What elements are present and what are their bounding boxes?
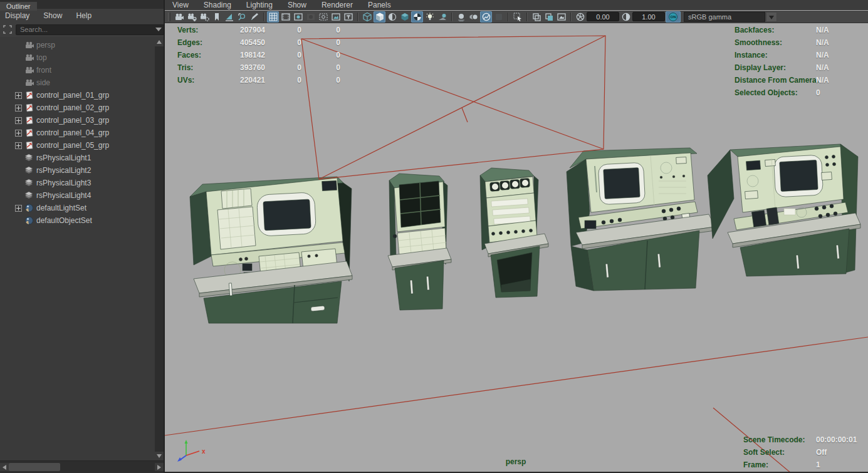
- outliner-item-rsphysicallight3[interactable]: rsPhysicalLight3: [0, 177, 155, 189]
- menu-show[interactable]: Show: [288, 1, 306, 9]
- viewport-toolbar: ON sRGB gamma: [165, 11, 868, 23]
- outliner-item-label: control_panel_02_grp: [36, 103, 109, 112]
- outliner-item-label: top: [36, 53, 47, 62]
- outliner-item-label: control_panel_01_grp: [36, 91, 109, 100]
- scroll-down-button[interactable]: [155, 452, 164, 460]
- hud-row-soft-select: Soft Select:Off: [743, 446, 868, 459]
- outliner-item-persp[interactable]: persp: [0, 39, 155, 51]
- outliner-vertical-scrollbar[interactable]: [155, 38, 164, 460]
- gamma-icon[interactable]: [620, 11, 632, 23]
- console-model-4[interactable]: [567, 148, 715, 291]
- bookmark-icon[interactable]: [211, 11, 222, 23]
- motion-blur-icon[interactable]: [468, 11, 479, 23]
- gate-mask-icon[interactable]: [305, 11, 316, 23]
- isolate-select-icon[interactable]: [530, 11, 542, 23]
- console-model-3[interactable]: [480, 168, 548, 298]
- isolate-selected-icon[interactable]: [543, 11, 555, 23]
- outliner-item-control-panel-02[interactable]: control_panel_02_grp: [0, 101, 155, 114]
- safe-title-icon[interactable]: [342, 11, 354, 23]
- search-dropdown-arrow-icon[interactable]: [155, 28, 162, 31]
- lock-camera-icon[interactable]: [186, 11, 197, 23]
- outliner-item-side[interactable]: side: [0, 76, 155, 89]
- scroll-left-button[interactable]: [0, 463, 9, 471]
- outliner-menu-display[interactable]: Display: [5, 11, 29, 20]
- expand-icon[interactable]: [15, 130, 22, 137]
- color-transform-dropdown-arrow[interactable]: [766, 12, 777, 22]
- console-model-2[interactable]: [388, 174, 451, 310]
- lights-toggle-icon[interactable]: [424, 11, 436, 23]
- outliner-item-rsphysicallight1[interactable]: rsPhysicalLight1: [0, 152, 155, 164]
- menu-lighting[interactable]: Lighting: [246, 1, 273, 9]
- transform-node-icon: [24, 116, 34, 125]
- gamma-value-field[interactable]: [632, 12, 665, 21]
- ambient-occlusion-icon[interactable]: [455, 11, 467, 23]
- color-management-toggle[interactable]: ON: [666, 11, 681, 23]
- outliner-item-rsphysicallight4[interactable]: rsPhysicalLight4: [0, 189, 155, 202]
- exposure-value-field[interactable]: [587, 12, 619, 21]
- hud-row-edges: Edges:40545000: [177, 36, 340, 49]
- scroll-up-button[interactable]: [155, 38, 164, 46]
- safe-action-icon[interactable]: [330, 11, 342, 23]
- outliner-item-control-panel-04[interactable]: control_panel_04_grp: [0, 127, 155, 139]
- expand-icon[interactable]: [15, 92, 22, 99]
- expand-icon[interactable]: [15, 142, 22, 149]
- select-camera-icon[interactable]: [173, 11, 185, 23]
- menu-panels[interactable]: Panels: [368, 1, 391, 9]
- toolbar-grip[interactable]: [168, 13, 170, 21]
- outliner-item-control-panel-05[interactable]: control_panel_05_grp: [0, 139, 155, 152]
- textured-checker-icon[interactable]: [411, 11, 423, 23]
- outliner-item-label: side: [36, 78, 50, 87]
- select-tool-icon[interactable]: [511, 11, 523, 23]
- pan-zoom-icon[interactable]: [236, 11, 248, 23]
- toolbar-separator: [263, 13, 264, 21]
- outliner-tab[interactable]: Outliner: [0, 2, 37, 11]
- anti-aliasing-icon[interactable]: [480, 11, 492, 23]
- color-transform-dropdown[interactable]: sRGB gamma: [684, 12, 765, 22]
- outliner-item-defaultobjectset[interactable]: defaultObjectSet: [0, 214, 155, 227]
- selection-filter-icon[interactable]: [2, 24, 13, 34]
- axis-x-label: x: [202, 448, 206, 455]
- field-chart-icon[interactable]: [317, 11, 329, 23]
- expand-icon[interactable]: [15, 117, 22, 124]
- shadows-toggle-icon[interactable]: [436, 11, 448, 23]
- viewport-canvas[interactable]: x Verts:20790400 Edges:40545000 Faces:19…: [165, 23, 868, 473]
- toolbar-separator: [570, 13, 571, 21]
- exposure-icon[interactable]: [574, 11, 586, 23]
- textured-mode-icon[interactable]: [386, 11, 398, 23]
- hud-object-details: Backfaces:N/A Smoothness:N/A Instance:N/…: [735, 24, 866, 99]
- outliner-item-top[interactable]: top: [0, 51, 155, 64]
- grid-toggle-icon[interactable]: [267, 11, 279, 23]
- outliner-item-control-panel-03[interactable]: control_panel_03_grp: [0, 114, 155, 127]
- search-input[interactable]: [16, 24, 164, 35]
- depth-of-field-icon[interactable]: [493, 11, 505, 23]
- scroll-right-button[interactable]: [155, 463, 164, 471]
- expand-icon[interactable]: [15, 105, 22, 112]
- outliner-menu-show[interactable]: Show: [43, 11, 62, 20]
- film-gate-icon[interactable]: [280, 11, 291, 23]
- shaded-mode-icon[interactable]: [374, 11, 385, 23]
- outliner-item-label: rsPhysicalLight2: [36, 166, 91, 175]
- camera-attributes-icon[interactable]: [198, 11, 210, 23]
- menu-renderer[interactable]: Renderer: [322, 1, 353, 9]
- console-model-5[interactable]: [708, 144, 860, 276]
- outliner-item-defaultlightset[interactable]: defaultLightSet: [0, 202, 155, 214]
- menu-shading[interactable]: Shading: [204, 1, 231, 9]
- menu-view[interactable]: View: [172, 1, 189, 9]
- outliner-item-front[interactable]: front: [0, 64, 155, 76]
- outliner-item-control-panel-01[interactable]: control_panel_01_grp: [0, 89, 155, 101]
- light-node-icon: [24, 153, 34, 162]
- outliner-horizontal-scrollbar[interactable]: [0, 460, 164, 473]
- viewport-snapshot-icon[interactable]: [555, 11, 567, 23]
- horizontal-scroll-thumb[interactable]: [9, 463, 60, 471]
- hud-row-smoothness: Smoothness:N/A: [735, 36, 866, 49]
- image-plane-icon[interactable]: [223, 11, 235, 23]
- wireframe-mode-icon[interactable]: [361, 11, 373, 23]
- use-default-material-icon[interactable]: [399, 11, 410, 23]
- console-model-1[interactable]: [190, 177, 352, 323]
- expand-icon[interactable]: [15, 205, 22, 212]
- outliner-item-rsphysicallight2[interactable]: rsPhysicalLight2: [0, 164, 155, 177]
- outliner-menu-help[interactable]: Help: [76, 11, 92, 20]
- transform-node-icon: [24, 128, 34, 137]
- resolution-gate-icon[interactable]: [292, 11, 304, 23]
- grease-pencil-icon[interactable]: [248, 11, 260, 23]
